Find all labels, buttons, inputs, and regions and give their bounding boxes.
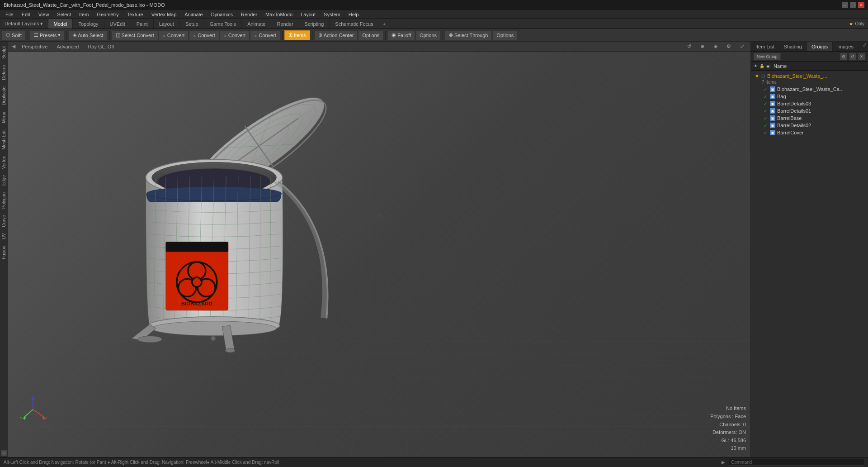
tree-item-1[interactable]: ✓ ▣ Bag bbox=[753, 93, 866, 100]
tree-item-0[interactable]: ✓ ▣ Biohazard_Steel_Waste_Ca... bbox=[753, 86, 866, 93]
presets-button[interactable]: ☰ Presets ▾ bbox=[30, 30, 65, 40]
tab-groups[interactable]: Groups bbox=[807, 42, 833, 51]
options-3-button[interactable]: Options bbox=[492, 30, 518, 40]
options-2-button[interactable]: Options bbox=[415, 30, 441, 40]
menu-file[interactable]: File bbox=[2, 11, 17, 18]
layout-preset[interactable]: Default Layouts ▾ bbox=[0, 19, 48, 29]
viewport-render-mode[interactable]: Advanced bbox=[54, 43, 81, 50]
tab-topology[interactable]: Topology bbox=[73, 19, 104, 29]
toolbar-group-action-center: ⊕ Action Center Options bbox=[314, 30, 384, 40]
convert-3-button[interactable]: ⬦ Convert bbox=[220, 30, 250, 40]
star-icon[interactable]: ★ bbox=[849, 21, 853, 26]
auto-select-button[interactable]: ◈ Auto Select bbox=[69, 30, 107, 40]
sidebar-item-vertex[interactable]: Vertex bbox=[0, 153, 7, 172]
command-input[interactable] bbox=[729, 459, 864, 466]
menu-edit[interactable]: Edit bbox=[18, 11, 34, 18]
tree-item-3[interactable]: ✓ ▣ BarrelDetails01 bbox=[753, 107, 866, 114]
tab-images[interactable]: Images bbox=[833, 42, 859, 51]
sidebar-item-mirror[interactable]: Mirror bbox=[0, 109, 7, 126]
viewport-gl-label[interactable]: Ray GL: Off bbox=[85, 43, 117, 50]
menu-help[interactable]: Help bbox=[345, 11, 363, 18]
toolbar-separator-2 bbox=[66, 31, 67, 40]
maximize-button[interactable]: □ bbox=[850, 2, 856, 8]
panel-expand-icon[interactable]: ⤢ bbox=[862, 42, 868, 48]
menu-select[interactable]: Select bbox=[53, 11, 75, 18]
tab-schematic[interactable]: Schematic Focus bbox=[330, 19, 379, 29]
panel-settings-button[interactable]: ⚙ bbox=[840, 53, 847, 60]
menu-dynamics[interactable]: Dynamics bbox=[208, 11, 236, 18]
sidebar-item-curve[interactable]: Curve bbox=[0, 212, 7, 230]
sidebar-item-polygon[interactable]: Polygon bbox=[0, 190, 7, 211]
tree-item-2[interactable]: ✓ ▣ BarrelDetails03 bbox=[753, 100, 866, 107]
minimize-button[interactable]: ─ bbox=[842, 2, 848, 8]
select-convert-button[interactable]: ◫ Select Convert bbox=[112, 30, 158, 40]
viewport-rotate-icon[interactable]: ↺ bbox=[684, 43, 694, 50]
sidebar-item-edge[interactable]: Edge bbox=[0, 172, 7, 188]
select-through-button[interactable]: ⊗ Select Through bbox=[445, 30, 492, 40]
header-lock-icon[interactable]: 🔒 bbox=[760, 64, 764, 68]
menu-maxtomodo[interactable]: MaxToModo bbox=[262, 11, 296, 18]
item-icon-4: ▣ bbox=[770, 115, 775, 121]
header-eye-icon[interactable]: 👁 bbox=[754, 64, 758, 68]
tab-scripting[interactable]: Scripting bbox=[299, 19, 330, 29]
action-center-button[interactable]: ⊕ Action Center bbox=[314, 30, 358, 40]
menu-geometry[interactable]: Geometry bbox=[93, 11, 122, 18]
sidebar-bottom-icon[interactable]: ⊞ bbox=[1, 450, 7, 456]
viewport-settings-icon[interactable]: ⚙ bbox=[724, 43, 734, 50]
sidebar-item-duplicate[interactable]: Duplicate bbox=[0, 84, 7, 108]
panel-close-button[interactable]: ✕ bbox=[858, 53, 865, 60]
menu-vertex-map[interactable]: Vertex Map bbox=[148, 11, 180, 18]
items-button[interactable]: ⊞ Items bbox=[284, 30, 310, 40]
viewport-type[interactable]: Perspective bbox=[19, 43, 50, 50]
viewport-collapse-icon[interactable]: ◀ bbox=[12, 43, 15, 49]
menu-bar: File Edit View Select Item Geometry Text… bbox=[0, 10, 868, 19]
convert-3-icon: ⬦ bbox=[224, 33, 227, 38]
options-1-button[interactable]: Options bbox=[358, 30, 383, 40]
tab-render[interactable]: Render bbox=[271, 19, 299, 29]
viewport-expand-icon[interactable]: ⤢ bbox=[737, 43, 747, 50]
falloff-button[interactable]: ◉ Falloff bbox=[387, 30, 415, 40]
tab-paint[interactable]: Paint bbox=[131, 19, 154, 29]
tree-group-header[interactable]: ▼ ⬡ Biohazard_Steel_Waste_... bbox=[753, 72, 866, 80]
tab-uvedit[interactable]: UVEdit bbox=[104, 19, 131, 29]
menu-view[interactable]: View bbox=[35, 11, 53, 18]
menu-system[interactable]: System bbox=[320, 11, 344, 18]
convert-2-button[interactable]: ⬦ Convert bbox=[189, 30, 219, 40]
menu-texture[interactable]: Texture bbox=[123, 11, 147, 18]
tree-item-5[interactable]: ✓ ▣ BarrelDetails02 bbox=[753, 122, 866, 129]
panel-refresh-button[interactable]: ↺ bbox=[849, 53, 856, 60]
tab-setup[interactable]: Setup bbox=[180, 19, 204, 29]
menu-item[interactable]: Item bbox=[75, 11, 92, 18]
status-arrow[interactable]: ▶ bbox=[722, 460, 725, 465]
tab-model[interactable]: Model bbox=[48, 19, 73, 29]
tree-item-6[interactable]: ✓ ▣ BarrelCover bbox=[753, 129, 866, 136]
add-tab-button[interactable]: + bbox=[379, 19, 389, 29]
sidebar-item-sculpt[interactable]: Sculpt bbox=[0, 43, 7, 62]
viewport-grid-icon[interactable]: ⊞ bbox=[711, 43, 720, 50]
menu-layout[interactable]: Layout bbox=[297, 11, 319, 18]
tree-group-biohazard: ▼ ⬡ Biohazard_Steel_Waste_... 7 Items ✓ … bbox=[753, 72, 866, 136]
svg-line-75 bbox=[24, 410, 33, 417]
header-render-icon[interactable]: ◉ bbox=[766, 64, 770, 68]
new-group-button[interactable]: New Group bbox=[754, 53, 781, 60]
menu-animate[interactable]: Animate bbox=[181, 11, 206, 18]
sidebar-item-deform[interactable]: Deform bbox=[0, 62, 7, 83]
tab-shading[interactable]: Shading bbox=[779, 42, 807, 51]
convert-1-button[interactable]: ⬦ Convert bbox=[159, 30, 189, 40]
sidebar-item-fusion[interactable]: Fusion bbox=[0, 243, 7, 262]
tab-animate[interactable]: Animate bbox=[242, 19, 271, 29]
close-button[interactable]: ✕ bbox=[858, 2, 864, 8]
tab-item-list[interactable]: Item List bbox=[751, 42, 779, 51]
toolbar-separator-6 bbox=[385, 31, 386, 40]
viewport[interactable]: ◀ Perspective Advanced Ray GL: Off ↺ ⊕ ⊞… bbox=[8, 42, 750, 457]
tree-item-4[interactable]: ✓ ▣ BarrelBase bbox=[753, 114, 866, 122]
sidebar-item-mesh-edit[interactable]: Mesh Edit bbox=[0, 127, 7, 152]
sculpt-button[interactable]: ⬡ Solft bbox=[2, 30, 26, 40]
convert-4-button[interactable]: ⬦ Convert bbox=[250, 30, 280, 40]
viewport-canvas[interactable]: .wire { fill: none; stroke: #6a8a6a; str… bbox=[8, 52, 750, 457]
tab-layout[interactable]: Layout bbox=[154, 19, 180, 29]
menu-render[interactable]: Render bbox=[237, 11, 261, 18]
sidebar-item-uv[interactable]: UV bbox=[0, 230, 7, 242]
viewport-zoom-icon[interactable]: ⊕ bbox=[698, 43, 707, 50]
tab-game-tools[interactable]: Game Tools bbox=[204, 19, 242, 29]
